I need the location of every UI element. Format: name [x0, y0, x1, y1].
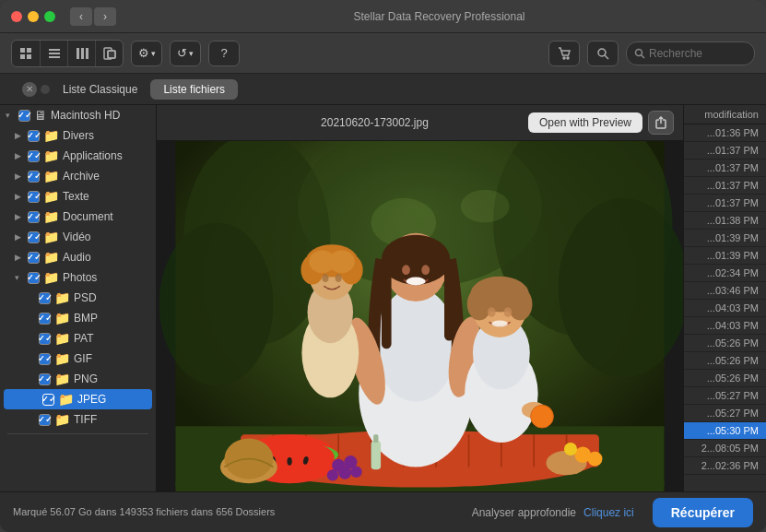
analyze-label: Analyser approfondie: [472, 506, 576, 519]
checkbox-png[interactable]: ✓: [39, 373, 51, 385]
preview-view-button[interactable]: [95, 41, 123, 66]
checkbox-gif[interactable]: ✓: [39, 353, 51, 365]
preview-area: 20210620-173002.jpg Open with Preview: [157, 105, 683, 491]
tab-circle-button[interactable]: [41, 85, 50, 94]
sidebar-item-png[interactable]: ▶ ✓ 📁 PNG: [0, 369, 156, 389]
gear-icon: ⚙: [138, 46, 149, 60]
settings-chevron: ▾: [151, 49, 156, 58]
list-view-button[interactable]: [40, 41, 67, 66]
list-item[interactable]: ...05:30 PM: [684, 422, 766, 440]
sidebar-label-psd: PSD: [74, 291, 97, 304]
svg-rect-2: [20, 54, 25, 59]
svg-rect-1: [27, 48, 31, 53]
svg-point-13: [563, 57, 565, 59]
preview-image: [157, 141, 683, 491]
sidebar-label-document: Document: [63, 210, 113, 223]
sidebar-item-tiff[interactable]: ▶ ✓ 📁 TIFF: [0, 409, 156, 430]
grid-view-button[interactable]: [12, 41, 40, 66]
checkbox-texte[interactable]: ✓: [28, 191, 40, 203]
checkbox-macintosh-hd[interactable]: ✓: [18, 110, 30, 122]
list-item[interactable]: ...03:46 PM: [684, 282, 766, 300]
list-item[interactable]: ...01:37 PM: [684, 195, 766, 212]
folder-icon: 🖥: [34, 108, 47, 123]
maximize-button[interactable]: [44, 11, 55, 22]
list-item[interactable]: ...04:03 PM: [684, 300, 766, 317]
checkbox-archive[interactable]: ✓: [28, 171, 40, 183]
checkbox-photos[interactable]: ✓: [28, 272, 40, 284]
history-icon: ↺: [177, 46, 187, 60]
analyze-link[interactable]: Cliquez ici: [583, 506, 634, 519]
sidebar-item-macintosh-hd[interactable]: ▾ ✓ 🖥 Macintosh HD: [0, 105, 156, 125]
list-item[interactable]: ...05:27 PM: [684, 387, 766, 405]
checkbox-applications[interactable]: ✓: [28, 150, 40, 162]
sidebar-item-psd[interactable]: ▶ ✓ 📁 PSD: [0, 288, 156, 308]
list-item[interactable]: ...01:37 PM: [684, 177, 766, 195]
list-item[interactable]: 2...02:36 PM: [684, 457, 766, 475]
checkbox-psd[interactable]: ✓: [39, 292, 51, 304]
list-item[interactable]: ...04:03 PM: [684, 317, 766, 335]
list-item[interactable]: ...01:36 PM: [684, 124, 766, 142]
sidebar-item-pat[interactable]: ▶ ✓ 📁 PAT: [0, 328, 156, 349]
list-item[interactable]: ...05:27 PM: [684, 405, 766, 422]
svg-rect-8: [81, 48, 84, 59]
settings-button[interactable]: ⚙ ▾: [131, 41, 162, 66]
list-item[interactable]: ...05:26 PM: [684, 335, 766, 352]
sidebar-item-document[interactable]: ▶ ✓ 📁 Document: [0, 207, 156, 227]
cart-button[interactable]: [548, 41, 580, 66]
sidebar-item-applications[interactable]: ▶ ✓ 📁 Applications: [0, 146, 156, 166]
tab-classic[interactable]: Liste Classique: [50, 79, 150, 100]
sidebar-item-gif[interactable]: ▶ ✓ 📁 GIF: [0, 349, 156, 369]
search-box[interactable]: [626, 41, 755, 65]
list-item[interactable]: 2...08:05 PM: [684, 440, 766, 457]
checkbox-video[interactable]: ✓: [28, 231, 40, 243]
search-input[interactable]: [649, 47, 741, 60]
sidebar-item-video[interactable]: ▶ ✓ 📁 Vidéo: [0, 227, 156, 247]
list-item[interactable]: ...02:34 PM: [684, 265, 766, 282]
checkbox-tiff[interactable]: ✓: [39, 414, 51, 426]
svg-rect-7: [77, 48, 79, 59]
tab-files[interactable]: Liste fichiers: [150, 79, 238, 100]
folder-icon: 📁: [43, 209, 59, 224]
sidebar-label-archive: Archive: [63, 170, 100, 183]
sidebar-item-bmp[interactable]: ▶ ✓ 📁 BMP: [0, 308, 156, 328]
recover-button[interactable]: Récupérer: [653, 498, 753, 527]
list-item[interactable]: ...01:37 PM: [684, 160, 766, 177]
checkbox-divers[interactable]: ✓: [28, 130, 40, 142]
list-item[interactable]: ...01:39 PM: [684, 247, 766, 265]
tab-close-button[interactable]: ✕: [22, 82, 37, 97]
sidebar-label-png: PNG: [74, 372, 98, 385]
sidebar-item-archive[interactable]: ▶ ✓ 📁 Archive: [0, 166, 156, 186]
scan-button[interactable]: [587, 41, 619, 66]
list-item[interactable]: ...05:26 PM: [684, 352, 766, 370]
list-item[interactable]: ...05:26 PM: [684, 370, 766, 387]
svg-point-14: [567, 57, 569, 59]
close-button[interactable]: [11, 11, 22, 22]
sidebar-item-jpeg[interactable]: ▶ ✓ 📁 JPEG: [4, 389, 152, 409]
checkbox-audio[interactable]: ✓: [28, 252, 40, 264]
checkbox-bmp[interactable]: ✓: [39, 313, 51, 325]
sidebar-item-divers[interactable]: ▶ ✓ 📁 Divers: [0, 125, 156, 146]
list-item[interactable]: ...01:37 PM: [684, 142, 766, 160]
checkbox-document[interactable]: ✓: [28, 211, 40, 223]
sidebar-item-audio[interactable]: ▶ ✓ 📁 Audio: [0, 247, 156, 267]
back-button[interactable]: ‹: [70, 7, 92, 26]
file-list-items-container: ...01:36 PM...01:37 PM...01:37 PM...01:3…: [684, 124, 766, 475]
checkbox-jpeg[interactable]: ✓: [42, 394, 54, 406]
checkbox-pat[interactable]: ✓: [39, 333, 51, 345]
chevron-right-icon: ▶: [15, 171, 26, 181]
share-button[interactable]: [648, 111, 674, 135]
list-item[interactable]: ...01:38 PM: [684, 212, 766, 230]
column-view-button[interactable]: [67, 41, 95, 66]
minimize-button[interactable]: [28, 11, 39, 22]
sidebar-item-texte[interactable]: ▶ ✓ 📁 Texte: [0, 186, 156, 207]
history-chevron: ▾: [189, 49, 194, 58]
sidebar-label-macintosh-hd: Macintosh HD: [51, 109, 120, 122]
forward-button[interactable]: ›: [94, 7, 116, 26]
svg-rect-6: [49, 56, 60, 58]
history-button[interactable]: ↺ ▾: [170, 41, 201, 66]
sidebar-item-photos[interactable]: ▾ ✓ 📁 Photos: [0, 267, 156, 288]
open-with-preview-button[interactable]: Open with Preview: [528, 112, 642, 133]
list-item[interactable]: ...01:39 PM: [684, 230, 766, 247]
chevron-down-icon: ▾: [6, 111, 17, 120]
help-button[interactable]: ?: [208, 41, 240, 66]
